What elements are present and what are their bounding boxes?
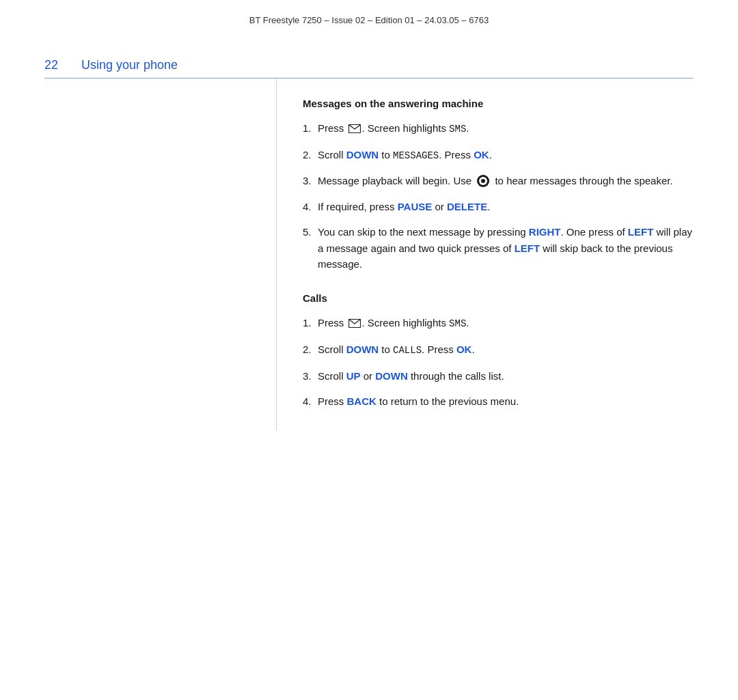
list-content: You can skip to the next message by pres… — [318, 224, 694, 272]
list-num: 2. — [303, 147, 318, 163]
list-item: 4. If required, press PAUSE or DELETE. — [303, 199, 694, 215]
list-item: 3. Message playback will begin. Use — [303, 173, 694, 189]
back-label: BACK — [347, 395, 377, 407]
messages-heading: Messages on the answering machine — [303, 98, 694, 109]
calls-heading: Calls — [303, 292, 694, 304]
page-container: BT Freestyle 7250 – Issue 02 – Edition 0… — [0, 0, 738, 700]
list-item: 2. Scroll DOWN to MESSAGES. Press OK. — [303, 147, 694, 164]
sms-mono: SMS — [449, 124, 466, 135]
list-content: Press . Screen highlights SMS. — [318, 120, 694, 137]
calls-mono: CALLS — [393, 345, 422, 356]
list-item: 4. Press BACK to return to the previous … — [303, 393, 694, 410]
list-item: 3. Scroll UP or DOWN through the calls l… — [303, 368, 694, 384]
list-item: 1. Press . Screen highlights SMS. — [303, 120, 694, 137]
title-row: 22 Using your phone — [44, 58, 694, 78]
ok-label-2: OK — [456, 344, 472, 355]
sms-mono-2: SMS — [449, 318, 466, 329]
list-num: 5. — [303, 224, 318, 240]
chapter-title: Using your phone — [81, 58, 178, 72]
list-num: 1. — [303, 315, 318, 331]
messages-list: 1. Press . Screen highlights SMS. 2. — [303, 120, 694, 272]
list-content: Scroll DOWN to CALLS. Press OK. — [318, 341, 694, 359]
list-content: Scroll DOWN to MESSAGES. Press OK. — [318, 147, 694, 164]
envelope-icon — [348, 124, 361, 133]
list-num: 4. — [303, 393, 318, 410]
list-num: 3. — [303, 173, 318, 189]
title-section: 22 Using your phone — [0, 58, 738, 79]
page-number: 22 — [44, 58, 69, 72]
up-label: UP — [346, 370, 361, 382]
down-label-2: DOWN — [346, 344, 379, 355]
ok-label: OK — [474, 149, 489, 160]
messages-mono: MESSAGES — [393, 150, 439, 161]
down-label-3: DOWN — [375, 370, 408, 382]
right-column: Messages on the answering machine 1. Pre… — [277, 79, 694, 430]
svg-point-3 — [481, 179, 485, 183]
content-layout: Messages on the answering machine 1. Pre… — [0, 79, 738, 430]
list-num: 4. — [303, 199, 318, 215]
pause-label: PAUSE — [398, 201, 433, 212]
envelope-icon-2 — [348, 319, 361, 328]
left-label-1: LEFT — [628, 226, 654, 238]
list-num: 3. — [303, 368, 318, 384]
list-num: 1. — [303, 120, 318, 137]
left-column — [44, 79, 277, 430]
list-num: 2. — [303, 341, 318, 358]
header-text: BT Freestyle 7250 – Issue 02 – Edition 0… — [249, 15, 489, 25]
left-label-2: LEFT — [515, 242, 541, 254]
messages-section: Messages on the answering machine 1. Pre… — [303, 98, 694, 272]
delete-label: DELETE — [447, 201, 487, 212]
down-label: DOWN — [346, 149, 379, 160]
list-item: 5. You can skip to the next message by p… — [303, 224, 694, 272]
list-content: If required, press PAUSE or DELETE. — [318, 199, 694, 214]
list-item: 2. Scroll DOWN to CALLS. Press OK. — [303, 341, 694, 359]
page-header: BT Freestyle 7250 – Issue 02 – Edition 0… — [0, 0, 738, 38]
list-content: Scroll UP or DOWN through the calls list… — [318, 368, 694, 384]
list-item: 1. Press . Screen highlights SMS. — [303, 315, 694, 332]
list-content: Press BACK to return to the previous men… — [318, 393, 694, 409]
calls-section: Calls 1. Press . Screen highlights SMS. — [303, 292, 694, 409]
right-label: RIGHT — [529, 226, 561, 238]
list-content: Message playback will begin. Use to hear… — [318, 173, 694, 188]
calls-list: 1. Press . Screen highlights SMS. 2. — [303, 315, 694, 409]
list-content: Press . Screen highlights SMS. — [318, 315, 694, 332]
speaker-icon — [476, 174, 491, 188]
